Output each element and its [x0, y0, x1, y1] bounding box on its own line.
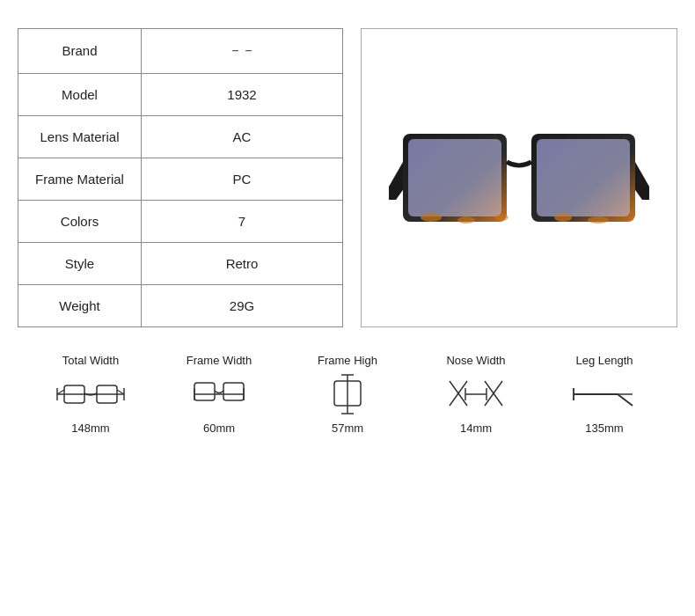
table-row: Weight29G	[18, 284, 343, 326]
table-row: Frame MaterialPC	[18, 158, 343, 200]
table-label: Weight	[18, 284, 142, 326]
sunglasses-image	[387, 81, 651, 275]
dimension-item: Total Width 148mm	[38, 354, 143, 435]
dimension-label: Total Width	[62, 354, 119, 367]
dimension-label: Nose Width	[446, 354, 505, 367]
nose-width-icon	[441, 372, 511, 416]
dimension-item: Nose Width 14mm	[423, 354, 529, 435]
frame-high-icon	[312, 372, 383, 416]
dimension-item: Frame Width 60mm	[166, 354, 272, 435]
main-content: Brand－－Model1932Lens MaterialACFrame Mat…	[0, 19, 695, 336]
table-value: 7	[142, 200, 343, 242]
table-label: Model	[18, 73, 142, 115]
table-row: Colors7	[18, 200, 343, 242]
dimension-item: Leg Length 135mm	[552, 354, 657, 435]
svg-point-8	[588, 216, 609, 224]
dimension-value: 148mm	[71, 422, 109, 435]
page-header	[0, 0, 695, 19]
table-row: StyleRetro	[18, 242, 343, 284]
dimension-label: Leg Length	[575, 354, 633, 367]
svg-rect-20	[223, 383, 244, 400]
dimension-label: Frame Width	[187, 354, 252, 367]
product-image-box	[361, 28, 677, 327]
table-row: Lens MaterialAC	[18, 115, 343, 158]
svg-point-6	[494, 214, 508, 221]
table-value: 29G	[142, 284, 343, 326]
dimension-item: Frame High 57mm	[295, 354, 400, 435]
table-value: Retro	[142, 242, 343, 284]
dimension-value: 135mm	[585, 422, 623, 435]
table-value: －－	[142, 29, 343, 74]
table-label: Frame Material	[18, 158, 142, 200]
table-label: Colors	[18, 200, 142, 242]
table-value: PC	[142, 158, 343, 200]
dimensions-section: Total Width 148mmFrame Width 60mmFrame H…	[0, 336, 695, 444]
frame-width-icon	[184, 372, 254, 416]
table-row: Model1932	[18, 73, 343, 115]
table-label: Style	[18, 242, 142, 284]
svg-rect-19	[194, 383, 215, 400]
svg-point-7	[554, 213, 572, 222]
svg-point-4	[421, 213, 442, 222]
table-label: Brand	[18, 29, 142, 74]
dimension-label: Frame High	[318, 354, 377, 367]
product-info-table: Brand－－Model1932Lens MaterialACFrame Mat…	[18, 28, 343, 327]
dimension-value: 14mm	[460, 422, 492, 435]
leg-length-icon	[569, 372, 640, 416]
dimension-value: 57mm	[332, 422, 363, 435]
table-value: 1932	[142, 73, 343, 115]
table-label: Lens Material	[18, 115, 142, 158]
table-value: AC	[142, 115, 343, 158]
dimension-value: 60mm	[203, 422, 235, 435]
total-width-icon	[55, 372, 126, 416]
svg-rect-2	[408, 139, 501, 216]
svg-point-5	[457, 216, 475, 224]
svg-rect-3	[537, 139, 630, 216]
table-row: Brand－－	[18, 29, 343, 74]
